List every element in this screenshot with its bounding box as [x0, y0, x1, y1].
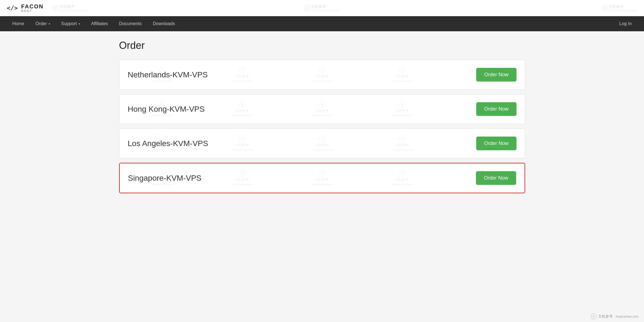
order-now-button-3[interactable]: Order Now: [476, 171, 516, 185]
nav-downloads[interactable]: Downloads: [147, 16, 181, 31]
order-now-button-1[interactable]: Order Now: [476, 102, 516, 116]
header-watermark-right: ⊕ 主机参考 ZHUJICANKAO.COM: [601, 4, 637, 12]
footer-wm-circle: ⊕: [591, 314, 596, 319]
nav-login[interactable]: Log In: [614, 16, 637, 31]
nav-affiliates[interactable]: Affiliates: [86, 16, 114, 31]
logo-sub: HOST: [21, 9, 44, 13]
header-watermark-left: ⊕ 主机参考 ZHUJICANKAO.COM: [53, 4, 88, 12]
order-dropdown-arrow: ▾: [49, 22, 50, 25]
nav-home[interactable]: Home: [7, 16, 30, 31]
product-card-3: ⊕主机参考ZHUJICANKAO.COM ⊕主机参考ZHUJICANKAO.CO…: [119, 163, 525, 193]
navbar: Home Order ▾ Support ▾ Affiliates Docume…: [0, 16, 644, 31]
footer-watermark: ⊕ 主机参考 zhujicankao.com: [591, 314, 638, 319]
logo-text-wrap: FACON HOST: [21, 3, 44, 13]
products-container: ⊕主机参考ZHUJICANKAO.COM ⊕主机参考ZHUJICANKAO.CO…: [119, 60, 525, 193]
product-card-2: ⊕主机参考ZHUJICANKAO.COM ⊕主机参考ZHUJICANKAO.CO…: [119, 128, 525, 158]
support-dropdown-arrow: ▾: [79, 22, 80, 25]
nav-order[interactable]: Order ▾: [30, 16, 56, 31]
order-now-button-2[interactable]: Order Now: [476, 137, 516, 150]
nav-support[interactable]: Support ▾: [56, 16, 86, 31]
logo-icon: </>: [7, 4, 18, 11]
product-name-3: Singapore-KVM-VPS: [128, 174, 202, 183]
logo-name: FACON: [21, 3, 44, 9]
order-now-button-0[interactable]: Order Now: [476, 68, 516, 82]
product-name-2: Los Angeles-KVM-VPS: [128, 139, 208, 148]
header-top: </> FACON HOST ⊕ 主机参考 ZHUJICANKAO.COM ⊕ …: [0, 0, 644, 16]
logo-area: </> FACON HOST ⊕ 主机参考 ZHUJICANKAO.COM: [7, 3, 88, 13]
header-watermark-center: ⊕ 主机参考 ZHUJICANKAO.COM: [304, 4, 340, 12]
page-title: Order: [119, 40, 525, 51]
product-card-0: ⊕主机参考ZHUJICANKAO.COM ⊕主机参考ZHUJICANKAO.CO…: [119, 60, 525, 90]
product-card-1: ⊕主机参考ZHUJICANKAO.COM ⊕主机参考ZHUJICANKAO.CO…: [119, 94, 525, 124]
nav-documents[interactable]: Documents: [114, 16, 147, 31]
product-name-1: Hong Kong-KVM-VPS: [128, 105, 205, 114]
main-content: Order ⊕主机参考ZHUJICANKAO.COM ⊕主机参考ZHUJICAN…: [112, 31, 532, 206]
nav-left: Home Order ▾ Support ▾ Affiliates Docume…: [7, 16, 181, 31]
product-name-0: Netherlands-KVM-VPS: [128, 70, 208, 79]
footer-wm-text: 主机参考 zhujicankao.com: [598, 314, 638, 319]
